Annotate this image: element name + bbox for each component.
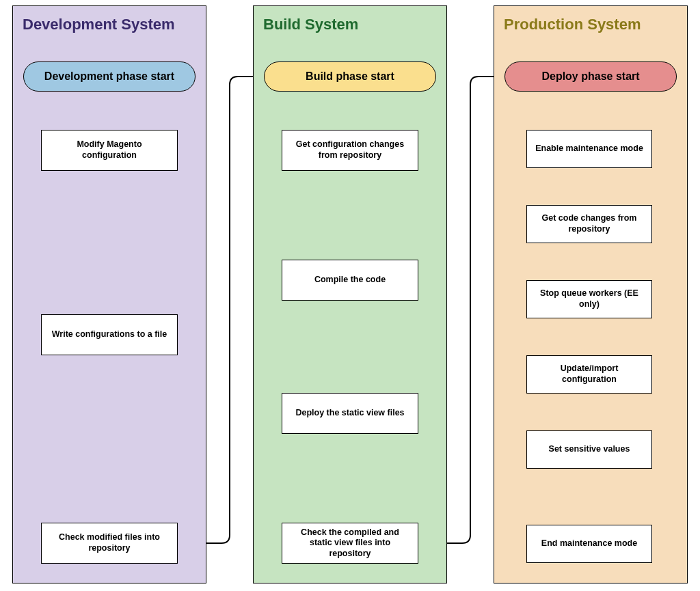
step-prod-0: Enable maintenance mode <box>526 130 652 168</box>
step-build-2: Deploy the static view files <box>282 393 418 434</box>
start-label-prod: Deploy phase start <box>541 70 639 83</box>
step-label-build-1: Compile the code <box>314 275 386 286</box>
step-prod-1: Get code changes from repository <box>526 205 652 243</box>
start-label-dev: Development phase start <box>44 70 174 83</box>
start-prod: Deploy phase start <box>504 61 677 92</box>
start-label-build: Build phase start <box>306 70 394 83</box>
step-label-prod-5: End maintenance mode <box>541 538 637 549</box>
step-prod-2: Stop queue workers (EE only) <box>526 280 652 318</box>
step-label-prod-4: Set sensitive values <box>549 444 630 455</box>
start-dev: Development phase start <box>23 61 196 92</box>
step-dev-0: Modify Magento configuration <box>41 130 178 171</box>
step-label-prod-1: Get code changes from repository <box>534 213 645 234</box>
step-label-dev-1: Write configurations to a file <box>52 329 167 340</box>
lane-dev: Development System <box>12 5 206 583</box>
step-dev-2: Check modified files into repository <box>41 523 178 564</box>
diagram-canvas: Development SystemDevelopment phase star… <box>0 0 700 591</box>
step-label-prod-2: Stop queue workers (EE only) <box>534 288 645 310</box>
step-build-1: Compile the code <box>282 260 418 301</box>
step-label-build-0: Get configuration changes from repositor… <box>289 139 411 161</box>
step-prod-4: Set sensitive values <box>526 430 652 469</box>
step-label-build-2: Deploy the static view files <box>295 408 404 419</box>
step-label-dev-2: Check modified files into repository <box>49 532 170 553</box>
step-prod-3: Update/import configuration <box>526 355 652 394</box>
step-build-3: Check the compiled and static view files… <box>282 523 418 564</box>
step-label-dev-0: Modify Magento configuration <box>49 139 170 161</box>
step-prod-5: End maintenance mode <box>526 525 652 563</box>
lane-title-build: Build System <box>254 12 446 40</box>
step-label-prod-0: Enable maintenance mode <box>535 143 643 154</box>
lane-title-prod: Production System <box>494 12 687 40</box>
start-build: Build phase start <box>264 61 436 92</box>
step-label-build-3: Check the compiled and static view files… <box>289 527 411 560</box>
step-dev-1: Write configurations to a file <box>41 314 178 355</box>
step-label-prod-3: Update/import configuration <box>534 363 645 385</box>
step-build-0: Get configuration changes from repositor… <box>282 130 418 171</box>
lane-title-dev: Development System <box>13 12 206 40</box>
